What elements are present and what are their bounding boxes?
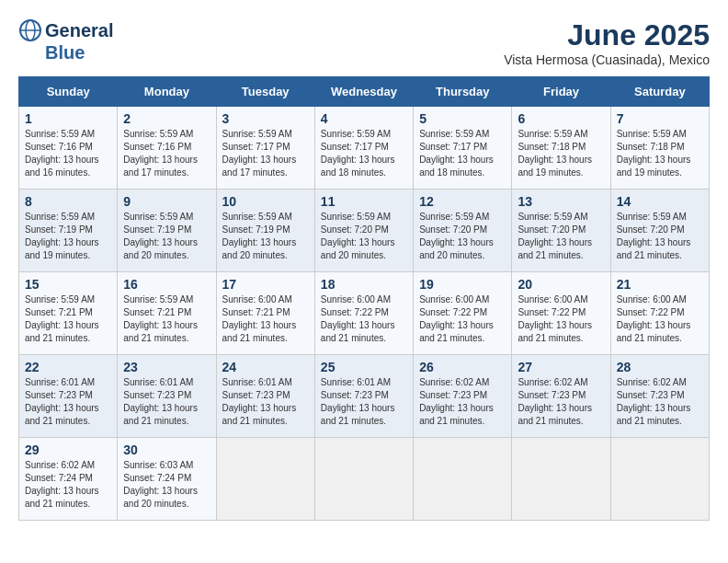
calendar-empty-cell	[414, 438, 512, 521]
weekday-header-row: SundayMondayTuesdayWednesdayThursdayFrid…	[19, 77, 710, 107]
calendar-empty-cell	[216, 438, 314, 521]
logo: General Blue	[18, 18, 113, 63]
calendar-day-16: 16Sunrise: 5:59 AMSunset: 7:21 PMDayligh…	[118, 272, 216, 355]
calendar-day-30: 30Sunrise: 6:03 AMSunset: 7:24 PMDayligh…	[118, 438, 216, 521]
calendar-day-26: 26Sunrise: 6:02 AMSunset: 7:23 PMDayligh…	[414, 355, 512, 438]
calendar-day-28: 28Sunrise: 6:02 AMSunset: 7:23 PMDayligh…	[610, 355, 709, 438]
calendar-day-11: 11Sunrise: 5:59 AMSunset: 7:20 PMDayligh…	[314, 190, 413, 272]
calendar-day-21: 21Sunrise: 6:00 AMSunset: 7:22 PMDayligh…	[610, 272, 709, 355]
calendar-week-1: 1Sunrise: 5:59 AMSunset: 7:16 PMDaylight…	[19, 107, 710, 190]
calendar-day-29: 29Sunrise: 6:02 AMSunset: 7:24 PMDayligh…	[19, 438, 118, 521]
calendar-day-17: 17Sunrise: 6:00 AMSunset: 7:21 PMDayligh…	[216, 272, 314, 355]
calendar-week-2: 8Sunrise: 5:59 AMSunset: 7:19 PMDaylight…	[19, 190, 710, 272]
calendar-day-5: 5Sunrise: 5:59 AMSunset: 7:17 PMDaylight…	[414, 107, 512, 190]
calendar-day-22: 22Sunrise: 6:01 AMSunset: 7:23 PMDayligh…	[19, 355, 118, 438]
weekday-header-saturday: Saturday	[610, 77, 709, 107]
calendar-day-10: 10Sunrise: 5:59 AMSunset: 7:19 PMDayligh…	[216, 190, 314, 272]
weekday-header-monday: Monday	[118, 77, 216, 107]
calendar-week-4: 22Sunrise: 6:01 AMSunset: 7:23 PMDayligh…	[19, 355, 710, 438]
calendar-empty-cell	[314, 438, 413, 521]
calendar-day-7: 7Sunrise: 5:59 AMSunset: 7:18 PMDaylight…	[610, 107, 709, 190]
day-number: 1	[25, 111, 111, 126]
calendar-day-19: 19Sunrise: 6:00 AMSunset: 7:22 PMDayligh…	[414, 272, 512, 355]
weekday-header-friday: Friday	[512, 77, 610, 107]
weekday-header-sunday: Sunday	[19, 77, 118, 107]
calendar-day-15: 15Sunrise: 5:59 AMSunset: 7:21 PMDayligh…	[19, 272, 118, 355]
weekday-header-tuesday: Tuesday	[216, 77, 314, 107]
calendar-day-24: 24Sunrise: 6:01 AMSunset: 7:23 PMDayligh…	[216, 355, 314, 438]
weekday-header-wednesday: Wednesday	[314, 77, 413, 107]
calendar-week-5: 29Sunrise: 6:02 AMSunset: 7:24 PMDayligh…	[19, 438, 710, 521]
calendar-day-14: 14Sunrise: 5:59 AMSunset: 7:20 PMDayligh…	[610, 190, 709, 272]
calendar-empty-cell	[610, 438, 709, 521]
calendar-day-3: 3Sunrise: 5:59 AMSunset: 7:17 PMDaylight…	[216, 107, 314, 190]
calendar-table: SundayMondayTuesdayWednesdayThursdayFrid…	[18, 76, 710, 521]
title-area: June 2025 Vista Hermosa (Cuasinada), Mex…	[504, 18, 710, 67]
calendar-week-3: 15Sunrise: 5:59 AMSunset: 7:21 PMDayligh…	[19, 272, 710, 355]
weekday-header-thursday: Thursday	[414, 77, 512, 107]
calendar-day-23: 23Sunrise: 6:01 AMSunset: 7:23 PMDayligh…	[118, 355, 216, 438]
calendar-day-13: 13Sunrise: 5:59 AMSunset: 7:20 PMDayligh…	[512, 190, 610, 272]
calendar-day-1: 1Sunrise: 5:59 AMSunset: 7:16 PMDaylight…	[19, 107, 118, 190]
calendar-day-6: 6Sunrise: 5:59 AMSunset: 7:18 PMDaylight…	[512, 107, 610, 190]
calendar-day-20: 20Sunrise: 6:00 AMSunset: 7:22 PMDayligh…	[512, 272, 610, 355]
page-header: General Blue June 2025 Vista Hermosa (Cu…	[18, 18, 710, 67]
calendar-day-2: 2Sunrise: 5:59 AMSunset: 7:16 PMDaylight…	[118, 107, 216, 190]
calendar-day-4: 4Sunrise: 5:59 AMSunset: 7:17 PMDaylight…	[314, 107, 413, 190]
calendar-day-27: 27Sunrise: 6:02 AMSunset: 7:23 PMDayligh…	[512, 355, 610, 438]
calendar-day-9: 9Sunrise: 5:59 AMSunset: 7:19 PMDaylight…	[118, 190, 216, 272]
month-title: June 2025	[504, 18, 710, 52]
calendar-empty-cell	[512, 438, 610, 521]
calendar-day-25: 25Sunrise: 6:01 AMSunset: 7:23 PMDayligh…	[314, 355, 413, 438]
calendar-day-8: 8Sunrise: 5:59 AMSunset: 7:19 PMDaylight…	[19, 190, 118, 272]
logo-globe-icon	[18, 18, 42, 42]
calendar-day-18: 18Sunrise: 6:00 AMSunset: 7:22 PMDayligh…	[314, 272, 413, 355]
calendar-day-12: 12Sunrise: 5:59 AMSunset: 7:20 PMDayligh…	[414, 190, 512, 272]
location-title: Vista Hermosa (Cuasinada), Mexico	[504, 52, 710, 67]
